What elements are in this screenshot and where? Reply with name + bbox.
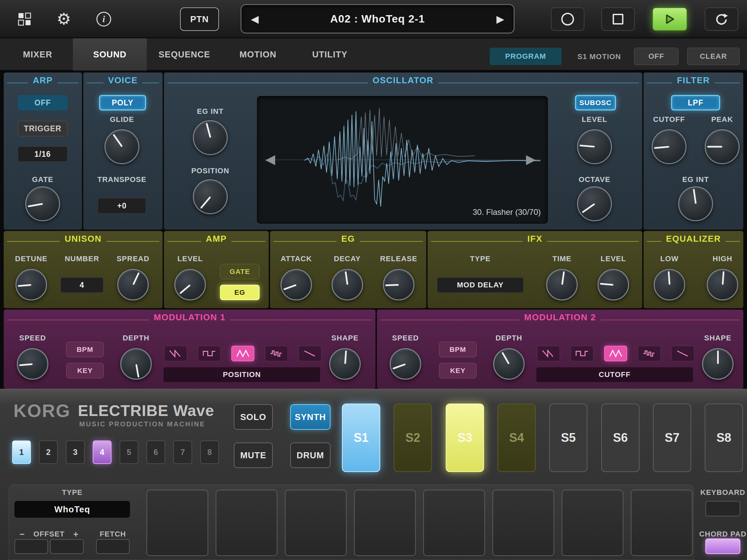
arp-rate-button[interactable]: 1/16 — [18, 146, 68, 162]
mute-button[interactable]: MUTE — [234, 443, 273, 468]
mod2-bpm-button[interactable]: BPM — [439, 342, 476, 357]
amp-level-knob[interactable] — [174, 269, 206, 300]
pattern-prev-icon[interactable]: ◀ — [251, 13, 268, 25]
tab-sequence[interactable]: SEQUENCE — [147, 38, 222, 71]
part-pad-s7[interactable]: S7 — [653, 404, 691, 472]
mod2-shape-square-button[interactable] — [571, 346, 593, 361]
step-pad-6[interactable]: 6 — [147, 441, 165, 464]
record-button[interactable] — [551, 7, 585, 31]
part-pad-s1[interactable]: S1 — [342, 404, 380, 472]
mod1-shape-triangle-button[interactable] — [231, 346, 254, 361]
step-pad-8[interactable]: 8 — [200, 441, 219, 464]
glide-knob[interactable] — [104, 129, 139, 164]
loop-button[interactable] — [705, 7, 738, 31]
trigger-pad-3[interactable] — [285, 489, 346, 556]
step-pad-2[interactable]: 2 — [39, 441, 58, 464]
filter-eg-int-knob[interactable] — [678, 186, 713, 221]
mod2-depth-knob[interactable] — [493, 348, 525, 380]
mod2-destination[interactable]: CUTOFF — [536, 367, 693, 382]
eq-low-knob[interactable] — [654, 269, 685, 300]
transpose-value[interactable]: +0 — [98, 198, 146, 214]
subosc-button[interactable]: SUBOSC — [575, 95, 616, 110]
step-pad-1[interactable]: 1 — [12, 441, 31, 464]
drum-button[interactable]: DRUM — [290, 443, 331, 468]
part-pad-s4[interactable]: S4 — [497, 404, 536, 472]
offset-minus-button[interactable] — [15, 539, 48, 554]
mod1-shape-saw-down-button[interactable] — [164, 346, 187, 361]
mod1-speed-knob[interactable] — [17, 348, 48, 380]
arp-trigger-button[interactable]: TRIGGER — [18, 121, 68, 136]
solo-button[interactable]: SOLO — [234, 404, 273, 430]
step-pad-3[interactable]: 3 — [66, 441, 85, 464]
arp-gate-knob[interactable] — [25, 186, 60, 221]
motion-off-button[interactable]: OFF — [634, 48, 678, 65]
ifx-time-knob[interactable] — [546, 269, 578, 300]
mod1-shape-ramp-down-button[interactable] — [299, 346, 321, 361]
part-pad-s5[interactable]: S5 — [549, 404, 588, 472]
ifx-type-value[interactable]: MOD DELAY — [437, 277, 524, 293]
mod2-shape-knob[interactable] — [702, 348, 733, 380]
spread-knob[interactable] — [117, 269, 149, 300]
mod1-destination[interactable]: POSITION — [163, 367, 320, 382]
wave-next-icon[interactable]: ▶ — [526, 152, 536, 166]
chord-pad-button[interactable] — [705, 538, 740, 554]
amp-gate-button[interactable]: GATE — [220, 264, 260, 279]
info-icon[interactable]: i — [96, 11, 111, 27]
filter-type-button[interactable]: LPF — [671, 95, 720, 110]
trigger-pad-8[interactable] — [631, 489, 693, 556]
fetch-button[interactable] — [96, 539, 130, 554]
mod1-bpm-button[interactable]: BPM — [66, 342, 104, 357]
program-button[interactable]: PROGRAM — [490, 48, 562, 65]
tab-sound[interactable]: SOUND — [73, 38, 147, 71]
pattern-next-icon[interactable]: ▶ — [487, 13, 504, 25]
synth-button[interactable]: SYNTH — [290, 404, 331, 430]
part-pad-s3[interactable]: S3 — [446, 404, 484, 472]
mod2-key-button[interactable]: KEY — [439, 363, 476, 378]
decay-knob[interactable] — [332, 269, 363, 300]
peak-knob[interactable] — [705, 129, 740, 164]
type-value-selector[interactable]: WhoTeq — [15, 501, 130, 518]
step-pad-5[interactable]: 5 — [120, 441, 138, 464]
wave-prev-icon[interactable]: ◀ — [265, 152, 275, 166]
pattern-name[interactable]: A02 : WhoTeq 2-1 — [268, 13, 487, 25]
settings-gear-icon[interactable]: ⚙ — [54, 9, 73, 28]
subosc-level-knob[interactable] — [577, 129, 612, 164]
number-value[interactable]: 4 — [60, 277, 103, 293]
offset-plus-button[interactable] — [50, 539, 84, 554]
trigger-pad-1[interactable] — [147, 489, 208, 556]
release-knob[interactable] — [383, 269, 414, 300]
part-pad-s8[interactable]: S8 — [705, 404, 743, 472]
mod1-key-button[interactable]: KEY — [66, 363, 104, 378]
mod2-shape-ramp-down-button[interactable] — [671, 346, 694, 361]
part-pad-s6[interactable]: S6 — [601, 404, 640, 472]
ifx-level-knob[interactable] — [597, 269, 629, 300]
tab-utility[interactable]: UTILITY — [294, 38, 366, 71]
mod1-shape-knob[interactable] — [329, 348, 361, 380]
part-pad-s2[interactable]: S2 — [394, 404, 432, 472]
detune-knob[interactable] — [16, 269, 47, 300]
mod1-depth-knob[interactable] — [120, 348, 152, 380]
cutoff-knob[interactable] — [652, 129, 687, 164]
home-grid-icon[interactable] — [17, 11, 32, 27]
tab-motion[interactable]: MOTION — [222, 38, 294, 71]
amp-eg-button[interactable]: EG — [220, 285, 260, 300]
keyboard-button[interactable] — [705, 501, 740, 516]
mod2-shape-triangle-button[interactable] — [604, 346, 627, 361]
osc-position-knob[interactable] — [193, 179, 228, 214]
mod1-shape-square-button[interactable] — [198, 346, 221, 361]
motion-clear-button[interactable]: CLEAR — [687, 48, 740, 65]
trigger-pad-4[interactable] — [354, 489, 416, 556]
attack-knob[interactable] — [280, 269, 312, 300]
arp-mode-button[interactable]: OFF — [18, 95, 68, 110]
trigger-pad-5[interactable] — [423, 489, 485, 556]
subosc-octave-knob[interactable] — [577, 186, 612, 221]
osc-eg-int-knob[interactable] — [193, 120, 228, 155]
mod2-shape-sample-hold-button[interactable] — [638, 346, 661, 361]
eq-high-knob[interactable] — [707, 269, 738, 300]
ptn-button[interactable]: PTN — [180, 7, 219, 31]
mod2-shape-saw-down-button[interactable] — [537, 346, 560, 361]
mod2-speed-knob[interactable] — [390, 348, 421, 380]
voice-poly-button[interactable]: POLY — [99, 95, 146, 110]
trigger-pad-2[interactable] — [216, 489, 278, 556]
tab-mixer[interactable]: MIXER — [7, 38, 68, 71]
